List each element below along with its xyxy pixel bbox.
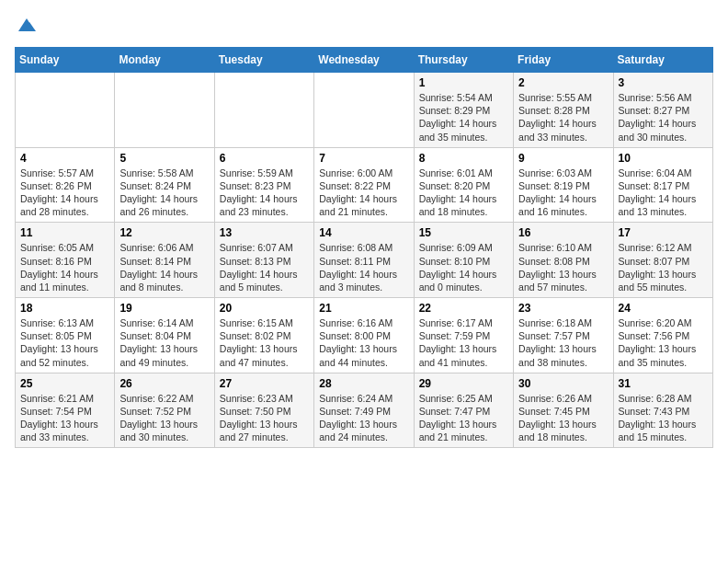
calendar-cell: 24Sunrise: 6:20 AMSunset: 7:56 PMDayligh… — [613, 298, 712, 373]
day-number: 11 — [20, 226, 109, 239]
day-info: Sunrise: 6:28 AMSunset: 7:43 PMDaylight:… — [619, 392, 708, 444]
day-number: 9 — [518, 152, 608, 165]
calendar-cell: 3Sunrise: 5:56 AMSunset: 8:27 PMDaylight… — [613, 73, 712, 148]
col-header-sunday: Sunday — [16, 48, 115, 73]
day-number: 13 — [220, 226, 309, 239]
calendar-cell: 14Sunrise: 6:08 AMSunset: 8:11 PMDayligh… — [314, 223, 414, 298]
calendar-cell — [16, 73, 115, 148]
day-info: Sunrise: 6:18 AMSunset: 7:57 PMDaylight:… — [518, 316, 608, 369]
calendar-cell: 2Sunrise: 5:55 AMSunset: 8:28 PMDaylight… — [514, 73, 613, 148]
calendar-cell: 20Sunrise: 6:15 AMSunset: 8:02 PMDayligh… — [214, 298, 313, 373]
day-number: 29 — [419, 377, 508, 390]
col-header-wednesday: Wednesday — [314, 48, 414, 73]
calendar-cell: 5Sunrise: 5:58 AMSunset: 8:24 PMDaylight… — [115, 147, 214, 223]
day-info: Sunrise: 6:01 AMSunset: 8:20 PMDaylight:… — [419, 167, 508, 219]
day-info: Sunrise: 6:14 AMSunset: 8:04 PMDaylight:… — [119, 316, 209, 369]
day-info: Sunrise: 6:20 AMSunset: 7:56 PMDaylight:… — [619, 316, 708, 369]
day-number: 22 — [419, 302, 508, 315]
calendar-cell: 31Sunrise: 6:28 AMSunset: 7:43 PMDayligh… — [613, 373, 712, 448]
day-info: Sunrise: 6:03 AMSunset: 8:19 PMDaylight:… — [518, 167, 608, 219]
day-info: Sunrise: 5:59 AMSunset: 8:23 PMDaylight:… — [220, 167, 309, 219]
day-info: Sunrise: 6:07 AMSunset: 8:13 PMDaylight:… — [220, 241, 309, 293]
calendar-table: SundayMondayTuesdayWednesdayThursdayFrid… — [15, 47, 713, 448]
day-number: 10 — [619, 152, 708, 165]
day-number: 28 — [319, 377, 408, 390]
day-number: 15 — [419, 226, 508, 239]
day-info: Sunrise: 6:05 AMSunset: 8:16 PMDaylight:… — [20, 241, 109, 293]
day-info: Sunrise: 6:09 AMSunset: 8:10 PMDaylight:… — [419, 241, 508, 293]
day-number: 8 — [419, 152, 508, 165]
day-number: 5 — [119, 152, 209, 165]
day-info: Sunrise: 5:57 AMSunset: 8:26 PMDaylight:… — [20, 167, 109, 219]
day-number: 3 — [619, 76, 708, 89]
calendar-cell: 30Sunrise: 6:26 AMSunset: 7:45 PMDayligh… — [514, 373, 613, 448]
calendar-cell: 11Sunrise: 6:05 AMSunset: 8:16 PMDayligh… — [16, 223, 115, 298]
day-info: Sunrise: 6:17 AMSunset: 7:59 PMDaylight:… — [419, 316, 508, 369]
calendar-cell: 22Sunrise: 6:17 AMSunset: 7:59 PMDayligh… — [414, 298, 513, 373]
day-number: 7 — [319, 152, 408, 165]
day-number: 17 — [619, 226, 708, 239]
col-header-thursday: Thursday — [414, 48, 513, 73]
logo — [15, 15, 37, 40]
day-info: Sunrise: 5:58 AMSunset: 8:24 PMDaylight:… — [119, 167, 209, 219]
day-number: 19 — [119, 302, 209, 315]
col-header-tuesday: Tuesday — [214, 48, 313, 73]
calendar-cell: 19Sunrise: 6:14 AMSunset: 8:04 PMDayligh… — [115, 298, 214, 373]
calendar-cell: 8Sunrise: 6:01 AMSunset: 8:20 PMDaylight… — [414, 147, 513, 223]
day-number: 27 — [220, 377, 309, 390]
calendar-cell: 16Sunrise: 6:10 AMSunset: 8:08 PMDayligh… — [514, 223, 613, 298]
day-info: Sunrise: 6:22 AMSunset: 7:52 PMDaylight:… — [119, 392, 209, 444]
calendar-cell: 13Sunrise: 6:07 AMSunset: 8:13 PMDayligh… — [214, 223, 313, 298]
calendar-cell: 1Sunrise: 5:54 AMSunset: 8:29 PMDaylight… — [414, 73, 513, 148]
day-number: 1 — [419, 76, 508, 89]
calendar-cell: 25Sunrise: 6:21 AMSunset: 7:54 PMDayligh… — [16, 373, 115, 448]
day-number: 18 — [20, 302, 109, 315]
day-info: Sunrise: 6:13 AMSunset: 8:05 PMDaylight:… — [20, 316, 109, 369]
calendar-cell: 21Sunrise: 6:16 AMSunset: 8:00 PMDayligh… — [314, 298, 414, 373]
day-number: 23 — [518, 302, 608, 315]
day-info: Sunrise: 6:00 AMSunset: 8:22 PMDaylight:… — [319, 167, 408, 219]
calendar-cell: 7Sunrise: 6:00 AMSunset: 8:22 PMDaylight… — [314, 147, 414, 223]
day-number: 6 — [220, 152, 309, 165]
day-number: 31 — [619, 377, 708, 390]
calendar-cell: 28Sunrise: 6:24 AMSunset: 7:49 PMDayligh… — [314, 373, 414, 448]
day-number: 14 — [319, 226, 408, 239]
day-info: Sunrise: 6:04 AMSunset: 8:17 PMDaylight:… — [619, 167, 708, 219]
day-number: 21 — [319, 302, 408, 315]
col-header-friday: Friday — [514, 48, 613, 73]
day-info: Sunrise: 6:23 AMSunset: 7:50 PMDaylight:… — [220, 392, 309, 444]
day-number: 25 — [20, 377, 109, 390]
day-info: Sunrise: 6:16 AMSunset: 8:00 PMDaylight:… — [319, 316, 408, 369]
day-info: Sunrise: 6:15 AMSunset: 8:02 PMDaylight:… — [220, 316, 309, 369]
day-info: Sunrise: 6:26 AMSunset: 7:45 PMDaylight:… — [518, 392, 608, 444]
day-info: Sunrise: 6:21 AMSunset: 7:54 PMDaylight:… — [20, 392, 109, 444]
calendar-cell — [214, 73, 313, 148]
day-info: Sunrise: 6:12 AMSunset: 8:07 PMDaylight:… — [619, 241, 708, 293]
header — [15, 15, 713, 40]
day-info: Sunrise: 6:08 AMSunset: 8:11 PMDaylight:… — [319, 241, 408, 293]
calendar-cell: 17Sunrise: 6:12 AMSunset: 8:07 PMDayligh… — [613, 223, 712, 298]
logo-icon — [17, 15, 37, 35]
day-info: Sunrise: 5:54 AMSunset: 8:29 PMDaylight:… — [419, 91, 508, 144]
calendar-cell: 18Sunrise: 6:13 AMSunset: 8:05 PMDayligh… — [16, 298, 115, 373]
day-number: 16 — [518, 226, 608, 239]
calendar-cell: 26Sunrise: 6:22 AMSunset: 7:52 PMDayligh… — [115, 373, 214, 448]
calendar-cell: 23Sunrise: 6:18 AMSunset: 7:57 PMDayligh… — [514, 298, 613, 373]
day-number: 20 — [220, 302, 309, 315]
calendar-cell: 15Sunrise: 6:09 AMSunset: 8:10 PMDayligh… — [414, 223, 513, 298]
day-number: 2 — [518, 76, 608, 89]
day-info: Sunrise: 5:55 AMSunset: 8:28 PMDaylight:… — [518, 91, 608, 144]
calendar-cell: 12Sunrise: 6:06 AMSunset: 8:14 PMDayligh… — [115, 223, 214, 298]
day-info: Sunrise: 6:06 AMSunset: 8:14 PMDaylight:… — [119, 241, 209, 293]
calendar-cell: 4Sunrise: 5:57 AMSunset: 8:26 PMDaylight… — [16, 147, 115, 223]
day-number: 24 — [619, 302, 708, 315]
day-info: Sunrise: 6:24 AMSunset: 7:49 PMDaylight:… — [319, 392, 408, 444]
calendar-cell: 6Sunrise: 5:59 AMSunset: 8:23 PMDaylight… — [214, 147, 313, 223]
day-info: Sunrise: 6:25 AMSunset: 7:47 PMDaylight:… — [419, 392, 508, 444]
calendar-cell — [314, 73, 414, 148]
day-number: 12 — [119, 226, 209, 239]
col-header-monday: Monday — [115, 48, 214, 73]
calendar-cell — [115, 73, 214, 148]
calendar-cell: 27Sunrise: 6:23 AMSunset: 7:50 PMDayligh… — [214, 373, 313, 448]
day-number: 26 — [119, 377, 209, 390]
